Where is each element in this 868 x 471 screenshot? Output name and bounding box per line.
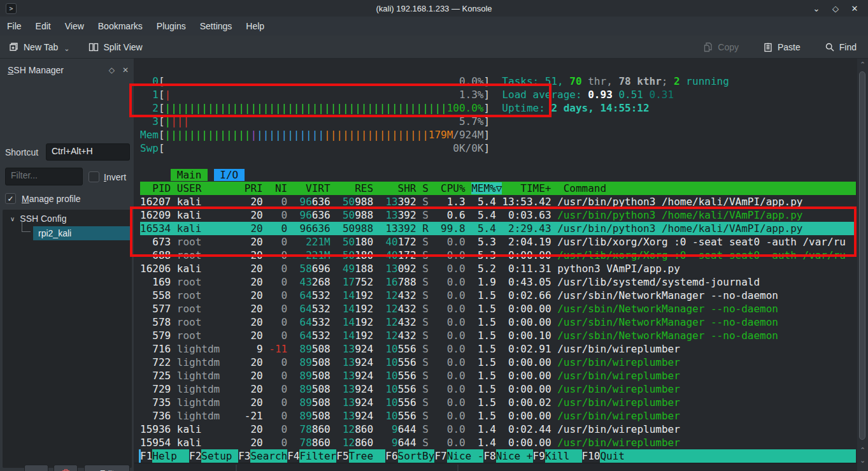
window-title: (kali) 192.168.1.233 — Konsole: [0, 4, 868, 13]
konsole-tab-bar[interactable]: [134, 463, 868, 471]
copy-label: Copy: [718, 42, 739, 52]
fkey-f3[interactable]: F3: [238, 449, 250, 463]
fkey-label-search[interactable]: Search: [250, 449, 287, 463]
scroll-up-icon[interactable]: ⌃: [858, 61, 867, 69]
process-row-716[interactable]: 716 lightdm 9 -11 89508 13924 10556 S 0.…: [140, 342, 856, 356]
terminal-scrollbar[interactable]: ⌃ ⌃ ⌄: [857, 59, 868, 471]
process-row-735[interactable]: 735 lightdm 20 0 89508 13924 10556 S 0.0…: [140, 396, 856, 409]
tree-item-ssh-config[interactable]: ∨ SSH Config: [10, 214, 66, 224]
tree-child-label: rpi2_kali: [38, 228, 71, 238]
terminal-line: [140, 155, 856, 168]
fkey-label-setup[interactable]: Setup: [201, 449, 238, 463]
menu-item-plugins[interactable]: Plugins: [150, 18, 193, 34]
process-row-736[interactable]: 736 lightdm -21 0 89508 13924 10556 S 0.…: [140, 409, 856, 423]
fkey-label-tree[interactable]: Tree: [349, 449, 386, 463]
process-row-558[interactable]: 558 root 20 0 64532 14192 12432 S 0.0 1.…: [140, 289, 856, 302]
process-row-15936[interactable]: 15936 kali 20 0 78860 12860 9644 S 0.0 1…: [140, 423, 856, 436]
toolbar: New Tab ⌄ Split View Copy Paste: [0, 36, 868, 59]
fkey-f1[interactable]: F1: [140, 449, 152, 463]
annotation-box-1: [129, 83, 551, 117]
fkey-f4[interactable]: F4: [287, 449, 299, 463]
chevron-down-icon: ⌄: [64, 45, 69, 53]
close-panel-icon[interactable]: ✕: [122, 66, 129, 75]
konsole-app-icon: >: [6, 3, 17, 14]
ssh-config-tree: ∨ SSH Config rpi2_kali: [3, 210, 132, 468]
maximize-button[interactable]: ◇: [827, 1, 844, 15]
scroll-up2-icon[interactable]: ⌃: [858, 446, 867, 454]
fkey-label-nice-[interactable]: Nice +: [496, 449, 533, 463]
ssh-manager-title: SSH Manager: [8, 65, 64, 75]
process-table-header[interactable]: PID USER PRI NI VIRT RES SHR S CPU% MEM%…: [140, 182, 856, 195]
close-button[interactable]: ✕: [846, 1, 863, 15]
terminal-line: [140, 61, 856, 75]
delete-profile-button[interactable]: [53, 465, 78, 471]
menu-bar: FileEditViewBookmarksPluginsSettingsHelp: [0, 17, 868, 36]
fkey-f8[interactable]: F8: [483, 449, 495, 463]
menu-item-settings[interactable]: Settings: [193, 18, 239, 34]
trash-icon: [62, 468, 70, 471]
new-tab-icon: [9, 42, 19, 52]
process-row-578[interactable]: 578 root 20 0 64532 14192 12432 S 0.0 1.…: [140, 315, 856, 329]
manage-profile-checkbox[interactable]: ✓: [5, 193, 16, 204]
menu-item-view[interactable]: View: [58, 18, 91, 34]
process-row-722[interactable]: 722 lightdm 20 0 89508 13924 10556 S 0.0…: [140, 356, 856, 369]
invert-checkbox[interactable]: [89, 171, 99, 182]
split-view-button[interactable]: Split View: [83, 39, 147, 55]
shortcut-input[interactable]: Ctrl+Alt+H: [46, 143, 130, 161]
htop-tabs[interactable]: Main I/O: [140, 168, 856, 182]
menu-item-file[interactable]: File: [0, 18, 29, 34]
filter-input[interactable]: Filter...: [5, 168, 83, 185]
shortcut-label: Shortcut: [5, 147, 38, 157]
process-row-169[interactable]: 169 root 20 0 43268 17752 16788 S 0.0 1.…: [140, 275, 856, 289]
new-tab-button[interactable]: New Tab ⌄: [4, 38, 75, 56]
ssh-manager-panel: SSH Manager ◇ ✕ Shortcut Ctrl+Alt+H Filt…: [0, 59, 134, 471]
process-row-15954[interactable]: 15954 kali 20 0 78860 12860 9644 S 0.0 1…: [140, 436, 856, 449]
process-row-729[interactable]: 729 lightdm 20 0 89508 13924 10556 S 0.0…: [140, 382, 856, 396]
menu-item-help[interactable]: Help: [239, 18, 271, 34]
fkey-f7[interactable]: F7: [434, 449, 446, 463]
copy-icon: [703, 42, 713, 52]
annotation-box-2: [130, 207, 857, 257]
fkey-label-filter[interactable]: Filter: [299, 449, 336, 463]
fkey-f2[interactable]: F2: [189, 449, 201, 463]
find-button[interactable]: Find: [820, 39, 862, 55]
fkey-label-sortby[interactable]: SortBy: [398, 449, 435, 463]
copy-button[interactable]: Copy: [698, 39, 744, 55]
tree-item-rpi2-kali[interactable]: rpi2_kali: [33, 226, 132, 240]
chevron-expanded-icon: ∨: [10, 215, 15, 222]
menu-item-edit[interactable]: Edit: [29, 18, 58, 34]
fkey-label-nice-[interactable]: Nice -: [447, 449, 484, 463]
terminal-line: Mem[||||||||||||||||||||||||||||||||||||…: [140, 128, 856, 141]
split-view-icon: [89, 42, 99, 52]
scrollbar-thumb[interactable]: [859, 71, 865, 440]
process-row-579[interactable]: 579 root 20 0 64532 14192 12432 S 0.0 1.…: [140, 329, 856, 342]
paste-label: Paste: [778, 42, 800, 52]
fkey-label-quit[interactable]: Quit: [600, 449, 856, 463]
paste-button[interactable]: Paste: [758, 39, 806, 55]
edit-profile-button[interactable]: Edit: [84, 465, 130, 471]
minimize-button[interactable]: ⌄: [808, 1, 825, 15]
fkey-label-help[interactable]: Help: [152, 449, 189, 463]
terminal-line: Swp[ 0K/0K]: [140, 141, 856, 155]
process-row-16206[interactable]: 16206 kali 20 0 58696 49188 13092 S 0.0 …: [140, 262, 856, 275]
htop-output: 0[ 0.0%] Tasks: 51, 70 thr, 78 kthr; 2 r…: [140, 61, 856, 463]
process-row-577[interactable]: 577 root 20 0 64532 14192 12432 S 0.0 1.…: [140, 302, 856, 315]
fkey-f9[interactable]: F9: [533, 449, 545, 463]
fkey-f5[interactable]: F5: [336, 449, 348, 463]
fkey-label-kill[interactable]: Kill: [545, 449, 582, 463]
float-panel-icon[interactable]: ◇: [109, 66, 115, 75]
menu-item-bookmarks[interactable]: Bookmarks: [91, 18, 150, 34]
fkey-f6[interactable]: F6: [385, 449, 397, 463]
tree-connector-line: [22, 221, 31, 232]
new-tab-label: New Tab: [24, 42, 58, 52]
scroll-down-icon[interactable]: ⌄: [858, 456, 867, 465]
text-cursor: [139, 449, 141, 463]
title-bar: > (kali) 192.168.1.233 — Konsole ⌄ ◇ ✕: [0, 0, 868, 17]
search-icon: [825, 42, 835, 52]
fkey-f10[interactable]: F10: [582, 449, 601, 463]
process-row-725[interactable]: 725 lightdm 20 0 89508 13924 10556 S 0.0…: [140, 369, 856, 382]
paste-icon: [763, 42, 773, 52]
find-label: Find: [839, 42, 857, 52]
terminal-view[interactable]: 0[ 0.0%] Tasks: 51, 70 thr, 78 kthr; 2 r…: [134, 59, 868, 471]
add-profile-button[interactable]: +: [24, 465, 48, 471]
